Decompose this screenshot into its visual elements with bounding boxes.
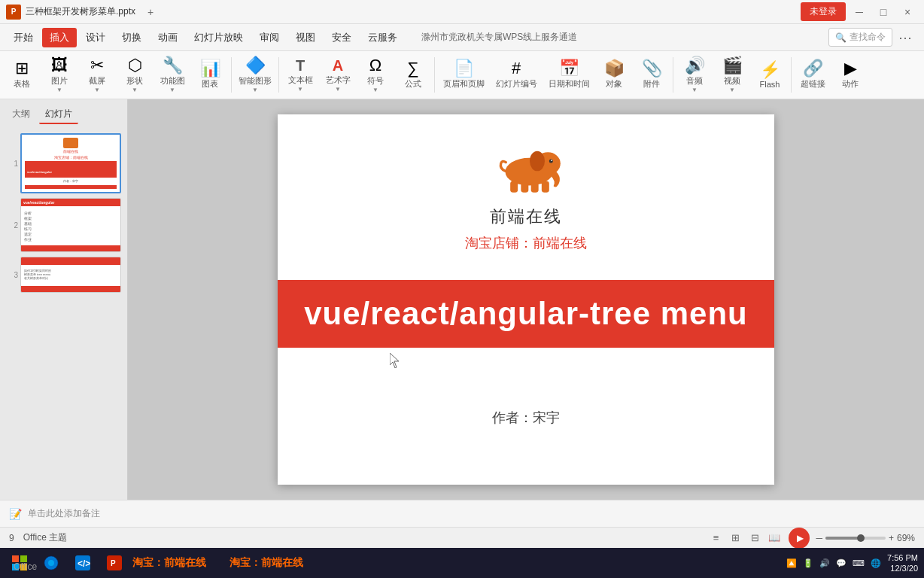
toolbar-formula[interactable]: ∑ 公式 (394, 51, 432, 99)
toolbar-function[interactable]: 🔧 功能图 ▼ (153, 51, 191, 99)
minimize-button[interactable]: ─ (849, 2, 870, 23)
view-outline-icon[interactable]: ⊟ (746, 530, 763, 546)
zoom-level: 69% (897, 533, 915, 543)
slide-thumb-1[interactable]: 前端在线 淘宝店铺：前端在线 vue/react/angular 作者：宋宇 (20, 133, 121, 193)
toolbar-chart[interactable]: 📊 图表 (191, 51, 229, 99)
app-icon: P (6, 5, 21, 20)
toolbar-divider-5 (791, 57, 792, 93)
taskbar-time: 7:56 PM 12/3/20 (887, 552, 918, 574)
toolbar-object[interactable]: 📦 对象 (595, 51, 633, 99)
toolbar-image[interactable]: 🖼 图片 ▼ (41, 51, 78, 99)
svg-rect-8 (542, 181, 549, 193)
slide-thumb-2-wrapper: 2 vue/react/angular 分析 框架 基础 练习 选定 作业 (6, 198, 121, 252)
toolbar-textbox[interactable]: T 文本框 ▼ (281, 51, 319, 99)
toolbar-action[interactable]: ▶ 动作 (831, 51, 869, 99)
slide-thumb-3[interactable]: 如何1对3框架同时的 树形菜单 tree menu 收关树形菜单对比 (20, 257, 121, 293)
slide-thumb-1-wrapper: 1 前端在线 淘宝店铺：前端在线 vue/react/angular 作者：宋宇 (6, 133, 121, 193)
tray-icon-2: 🔋 (803, 558, 813, 568)
toolbar-screenshot[interactable]: ✂ 截屏 ▼ (78, 51, 116, 99)
new-tab-button[interactable]: + (140, 2, 161, 23)
play-slideshow-button[interactable]: ▶ (789, 528, 810, 549)
formula-icon: ∑ (407, 60, 419, 77)
panel-tabs: 大纲 幻灯片 (6, 105, 121, 124)
view-normal-icon[interactable]: ≡ (707, 530, 724, 546)
toolbar-symbol[interactable]: Ω 符号 ▼ (357, 51, 394, 99)
slide-num-3: 3 (6, 271, 18, 279)
slide-canvas[interactable]: 前端在线 淘宝店铺：前端在线 vue/react/angular-tree me… (278, 114, 774, 485)
tray-icon-3: 🔊 (819, 558, 830, 568)
date-display: 12/3/20 (887, 563, 918, 573)
slide-panel: 大纲 幻灯片 1 前端在线 淘宝店铺：前端在线 vue/react/angula… (0, 99, 128, 500)
toolbar-shape[interactable]: ⬡ 形状 ▼ (116, 51, 153, 99)
maximize-button[interactable]: □ (873, 2, 894, 23)
toolbar-video[interactable]: 🎬 视频 ▼ (713, 51, 751, 99)
title-bar: P 三种框架开发树形菜单.pptx + 未登录 ─ □ × (0, 0, 924, 24)
search-area: 🔍 查找命令 ⋯ (822, 28, 918, 47)
close-button[interactable]: × (897, 2, 918, 23)
notes-placeholder[interactable]: 单击此处添加备注 (28, 507, 100, 520)
smartart-icon: 🔷 (245, 57, 266, 74)
toolbar-slide-number[interactable]: # 幻灯片编号 (490, 51, 543, 99)
function-icon: 🔧 (163, 57, 183, 74)
menu-view[interactable]: 视图 (288, 28, 323, 47)
toolbar-wordart[interactable]: A 艺术字 ▼ (319, 51, 357, 99)
menu-start[interactable]: 开始 (6, 28, 41, 47)
svg-point-4 (551, 160, 552, 161)
view-grid-icon[interactable]: ⊞ (727, 530, 743, 546)
zoom-out-button[interactable]: ─ (816, 533, 822, 543)
svg-rect-5 (510, 181, 518, 193)
view-read-icon[interactable]: 📖 (766, 530, 783, 546)
vscode-button[interactable]: </> (69, 549, 96, 576)
textbox-arrow-icon: ▼ (297, 86, 303, 93)
menu-cloud[interactable]: 云服务 (360, 28, 405, 47)
search-placeholder: 查找命令 (850, 31, 886, 44)
toolbar-flash[interactable]: ⚡ Flash (751, 51, 789, 99)
wps-button[interactable]: P (101, 549, 128, 576)
slide-thumb-3-wrapper: 3 如何1对3框架同时的 树形菜单 tree menu 收关树形菜单对比 (6, 257, 121, 293)
slide-red-bar: vue/react/angular-tree menu (278, 280, 774, 348)
search-box[interactable]: 🔍 查找命令 (828, 28, 892, 47)
tab-slides[interactable]: 幻灯片 (39, 105, 78, 124)
menu-transition[interactable]: 切换 (114, 28, 149, 47)
toolbar-divider-3 (434, 57, 435, 93)
screenshot-arrow-icon: ▼ (94, 87, 100, 93)
function-arrow-icon: ▼ (169, 87, 175, 93)
browser-button[interactable] (38, 549, 65, 576)
wordart-arrow-icon: ▼ (335, 86, 341, 93)
zoom-in-button[interactable]: + (889, 533, 894, 543)
menu-bar: 开始 插入 设计 切换 动画 幻灯片放映 审阅 视图 安全 云服务 滁州市党政机… (0, 24, 924, 51)
taskbar-marquee: 淘宝：前端在线 淘宝：前端在线 (132, 556, 782, 570)
tab-outline[interactable]: 大纲 (6, 105, 36, 124)
menu-insert[interactable]: 插入 (42, 28, 77, 47)
toolbar-audio[interactable]: 🔊 音频 ▼ (676, 51, 713, 99)
toolbar-datetime[interactable]: 📅 日期和时间 (543, 51, 595, 99)
marquee-text: 淘宝：前端在线 淘宝：前端在线 (132, 556, 303, 570)
svg-point-3 (549, 160, 553, 163)
zoom-slider[interactable] (825, 537, 886, 540)
search-icon: 🔍 (835, 32, 846, 43)
toolbar: ⊞ 表格 🖼 图片 ▼ ✂ 截屏 ▼ ⬡ 形状 ▼ 🔧 功能图 ▼ 📊 图表 🔷… (0, 51, 924, 99)
login-button[interactable]: 未登录 (801, 2, 846, 21)
toolbar-attachment[interactable]: 📎 附件 (633, 51, 670, 99)
slide-thumb-2[interactable]: vue/react/angular 分析 框架 基础 练习 选定 作业 (20, 198, 121, 252)
office-label: Office (14, 561, 37, 572)
status-left: 9 Office 主题 (9, 531, 67, 544)
menu-design[interactable]: 设计 (78, 28, 113, 47)
svg-text:P: P (111, 559, 116, 567)
menu-review[interactable]: 审阅 (252, 28, 287, 47)
menu-security[interactable]: 安全 (324, 28, 359, 47)
action-icon: ▶ (844, 60, 857, 77)
zoom-fill (825, 537, 859, 540)
table-icon: ⊞ (15, 60, 29, 77)
more-button[interactable]: ⋯ (898, 29, 912, 46)
video-icon: 🎬 (722, 57, 743, 74)
slide-bottom-section: 作者：宋宇 (278, 348, 774, 485)
header-footer-icon: 📄 (454, 60, 474, 77)
toolbar-hyperlink[interactable]: 🔗 超链接 (794, 51, 831, 99)
menu-animation[interactable]: 动画 (150, 28, 185, 47)
slide-num-2: 2 (6, 221, 18, 230)
menu-slideshow[interactable]: 幻灯片放映 (187, 28, 251, 47)
toolbar-header-footer[interactable]: 📄 页眉和页脚 (437, 51, 490, 99)
toolbar-smartart[interactable]: 🔷 智能图形 ▼ (234, 51, 276, 99)
toolbar-table[interactable]: ⊞ 表格 (3, 51, 41, 99)
